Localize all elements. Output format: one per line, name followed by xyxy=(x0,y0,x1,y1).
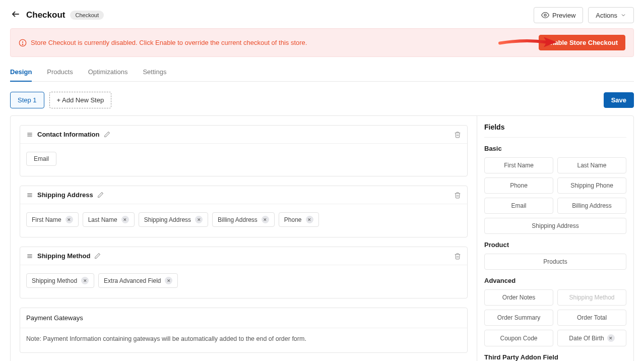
field-item[interactable]: First Name xyxy=(484,157,553,173)
chip-label: Shipping Address xyxy=(144,216,191,223)
chip-label: Phone xyxy=(284,216,302,223)
payment-gateways-card: Payment GatewaysNote: Payment Informatio… xyxy=(20,308,468,353)
section-card: Shipping AddressFirst Name✕Last Name✕Shi… xyxy=(20,186,468,237)
field-item-label: Order Summary xyxy=(497,314,540,321)
field-item-label: First Name xyxy=(504,162,534,169)
field-group-title: Third Party Addon Field xyxy=(484,353,626,361)
field-item-label: Order Total xyxy=(577,314,607,321)
steps-row: Step 1 + Add New Step Save xyxy=(10,92,634,108)
field-group-title: Product xyxy=(484,241,626,249)
section-card: Shipping MethodShipping Method✕Extra Adv… xyxy=(20,247,468,298)
section-card: Contact InformationEmail xyxy=(20,125,468,176)
field-item[interactable]: Phone xyxy=(484,177,553,194)
remove-chip-icon[interactable]: ✕ xyxy=(121,216,129,223)
field-item[interactable]: Date Of Birth✕ xyxy=(557,330,626,346)
remove-chip-icon[interactable]: ✕ xyxy=(165,277,172,284)
remove-chip-icon[interactable]: ✕ xyxy=(262,216,269,223)
field-group-grid: First NameLast NamePhoneShipping PhoneEm… xyxy=(484,157,626,234)
chip-label: Billing Address xyxy=(218,216,257,223)
alert-icon xyxy=(19,39,27,47)
drag-handle-icon[interactable] xyxy=(26,253,33,260)
field-group-grid: Products xyxy=(484,254,626,270)
field-chip[interactable]: Extra Advanced Field✕ xyxy=(98,273,178,288)
remove-chip-icon[interactable]: ✕ xyxy=(81,277,89,284)
field-chip[interactable]: First Name✕ xyxy=(26,212,79,227)
field-group-grid: Order NotesShipping MethodOrder SummaryO… xyxy=(484,289,626,346)
field-item-label: Phone xyxy=(510,182,528,189)
page-title: Checkout xyxy=(26,10,65,20)
field-group-title: Basic xyxy=(484,145,626,152)
enable-store-checkout-button[interactable]: Enable Store Checkout xyxy=(539,35,625,50)
payment-gateways-title: Payment Gateways xyxy=(20,308,467,328)
field-chip[interactable]: Shipping Method✕ xyxy=(26,273,94,288)
step-1-chip[interactable]: Step 1 xyxy=(10,92,44,108)
field-item[interactable]: Order Summary xyxy=(484,310,553,326)
edit-icon[interactable] xyxy=(94,253,101,259)
field-chip[interactable]: Last Name✕ xyxy=(83,212,135,227)
tab-optimizations[interactable]: Optimizations xyxy=(88,68,128,81)
save-button[interactable]: Save xyxy=(604,92,634,108)
eye-icon xyxy=(541,11,549,19)
alert-message: Store Checkout is currently disabled. Cl… xyxy=(31,39,307,46)
field-item-label: Date Of Birth xyxy=(569,335,604,342)
trash-icon[interactable] xyxy=(454,131,461,138)
preview-label: Preview xyxy=(552,12,575,19)
field-group-title: Advanced xyxy=(484,277,626,284)
trash-icon[interactable] xyxy=(454,253,461,260)
field-item[interactable]: Order Total xyxy=(557,310,626,326)
actions-button[interactable]: Actions xyxy=(588,7,634,23)
remove-field-icon[interactable]: ✕ xyxy=(607,334,615,342)
alert-banner: Store Checkout is currently disabled. Cl… xyxy=(10,28,634,57)
remove-chip-icon[interactable]: ✕ xyxy=(66,216,73,223)
trash-icon[interactable] xyxy=(454,192,461,199)
chevron-down-icon xyxy=(620,12,626,18)
drag-handle-icon[interactable] xyxy=(26,192,33,199)
chip-label: Last Name xyxy=(88,216,117,223)
edit-icon[interactable] xyxy=(97,192,104,198)
remove-chip-icon[interactable]: ✕ xyxy=(306,216,313,223)
field-item[interactable]: Last Name xyxy=(557,157,626,173)
section-title: Shipping Address xyxy=(37,191,93,199)
field-item[interactable]: Shipping Address xyxy=(484,218,626,234)
preview-button[interactable]: Preview xyxy=(534,7,583,23)
title-badge: Checkout xyxy=(70,11,103,20)
chip-label: Shipping Method xyxy=(32,277,77,284)
field-chip[interactable]: Phone✕ xyxy=(279,212,319,227)
field-chip[interactable]: Billing Address✕ xyxy=(212,212,275,227)
field-item-label: Coupon Code xyxy=(500,335,537,342)
section-header: Shipping Address xyxy=(20,186,467,204)
field-chip[interactable]: Email xyxy=(26,152,56,166)
field-item-label: Last Name xyxy=(577,162,606,169)
field-item[interactable]: Billing Address xyxy=(557,198,626,214)
tab-products[interactable]: Products xyxy=(47,68,73,81)
fields-panel: Fields BasicFirst NameLast NamePhoneShip… xyxy=(477,116,633,361)
tab-settings[interactable]: Settings xyxy=(143,68,166,81)
svg-point-4 xyxy=(22,44,23,44)
field-item-label: Products xyxy=(543,258,567,265)
field-item-label: Email xyxy=(511,202,526,209)
field-item[interactable]: Coupon Code xyxy=(484,330,553,346)
chip-label: First Name xyxy=(32,216,61,223)
chip-label: Email xyxy=(34,155,49,162)
section-header: Shipping Method xyxy=(20,247,467,265)
field-item-label: Shipping Phone xyxy=(570,182,613,189)
section-header: Contact Information xyxy=(20,126,467,144)
section-body: Email xyxy=(20,144,467,176)
field-item-label: Billing Address xyxy=(572,202,612,209)
field-item[interactable]: Order Notes xyxy=(484,289,553,306)
tab-design[interactable]: Design xyxy=(10,68,32,82)
field-chip[interactable]: Shipping Address✕ xyxy=(139,212,208,227)
actions-label: Actions xyxy=(596,12,617,19)
edit-icon[interactable] xyxy=(104,131,110,138)
drag-handle-icon[interactable] xyxy=(26,131,33,138)
field-item[interactable]: Email xyxy=(484,198,553,214)
back-arrow-icon[interactable] xyxy=(10,10,21,21)
field-item[interactable]: Shipping Phone xyxy=(557,177,626,194)
field-item[interactable]: Products xyxy=(484,254,626,270)
field-item: Shipping Method xyxy=(557,289,626,306)
field-item-label: Shipping Method xyxy=(569,294,614,301)
svg-point-1 xyxy=(544,14,546,16)
add-step-button[interactable]: + Add New Step xyxy=(49,92,112,108)
remove-chip-icon[interactable]: ✕ xyxy=(195,216,203,223)
section-body: First Name✕Last Name✕Shipping Address✕Bi… xyxy=(20,204,467,237)
